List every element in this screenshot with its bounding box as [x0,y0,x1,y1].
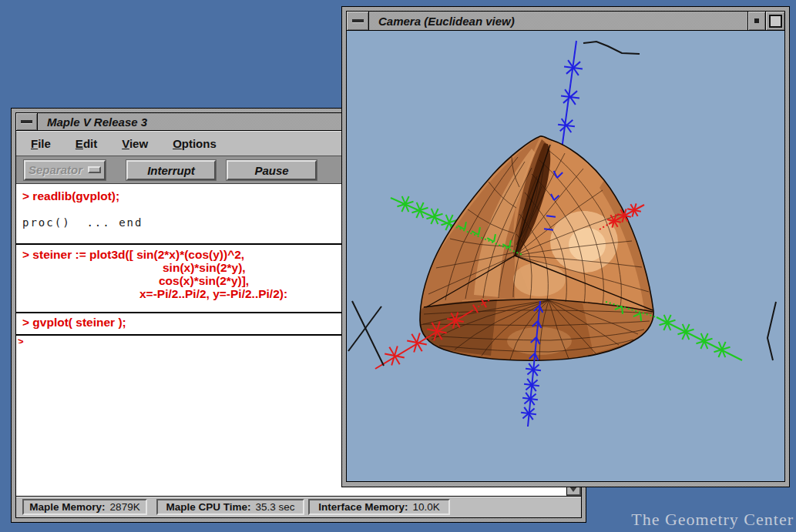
menu-view[interactable]: View [114,135,156,152]
maple-output-proc: proc() ... end [22,216,143,229]
geometry-center-watermark: The Geometry Center [631,510,794,530]
maple-input-steiner-line1[interactable]: > steiner := plot3d([ sin(2*x)*(cos(y))^… [22,248,244,262]
separator-option-menu[interactable]: Separator [24,160,106,180]
maple-next-prompt[interactable]: > [18,336,24,343]
separator-label: Separator [29,161,82,179]
window-menu-button[interactable] [347,12,369,30]
camera-viewport[interactable] [346,31,785,482]
maple-input-steiner-line2[interactable]: sin(x)*sin(2*y), [163,261,246,275]
status-value: 10.0K [413,501,440,513]
window-menu-button[interactable] [16,113,38,130]
arrow-down-icon [569,487,577,492]
status-interface-memory: Interface Memory: 10.0K [308,499,450,515]
menu-options[interactable]: Options [165,135,224,152]
maple-input-steiner-line4[interactable]: x=-Pi/2..Pi/2, y=-Pi/2..Pi/2): [139,287,287,301]
minimize-icon [754,18,759,23]
camera-titlebar[interactable]: Camera (Euclidean view) [346,11,785,31]
window-menu-dash-icon [352,19,364,22]
menu-edit[interactable]: Edit [68,135,105,152]
status-label: Interface Memory: [318,501,408,513]
option-menu-indicator-icon [88,166,101,173]
3d-scene [347,31,784,481]
maple-statusbar: Maple Memory: 2879K Maple CPU Time: 35.3… [16,497,581,517]
interrupt-button[interactable]: Interrupt [126,160,216,180]
maple-input-readlib[interactable]: > readlib(gvplot); [22,189,119,203]
status-value: 35.3 sec [255,501,294,513]
menu-file[interactable]: File [23,135,59,152]
maximize-button[interactable] [765,12,784,30]
maple-window-title: Maple V Release 3 [47,115,147,129]
status-label: Maple Memory: [29,501,105,513]
maple-input-gvplot[interactable]: > gvplot( steiner ); [22,316,126,330]
minimize-button[interactable] [747,12,765,30]
maximize-icon [769,15,782,28]
camera-window: Camera (Euclidean view) [341,6,790,487]
steiner-surface [420,136,653,360]
status-value: 2879K [110,501,140,513]
status-maple-memory: Maple Memory: 2879K [22,499,147,515]
maple-input-steiner-line3[interactable]: cos(x)*sin(2*y)], [159,274,249,288]
camera-window-title: Camera (Euclidean view) [378,15,515,28]
window-menu-dash-icon [21,120,32,123]
pause-button[interactable]: Pause [227,160,317,180]
status-cpu-time: Maple CPU Time: 35.3 sec [156,499,304,515]
status-label: Maple CPU Time: [166,501,250,513]
